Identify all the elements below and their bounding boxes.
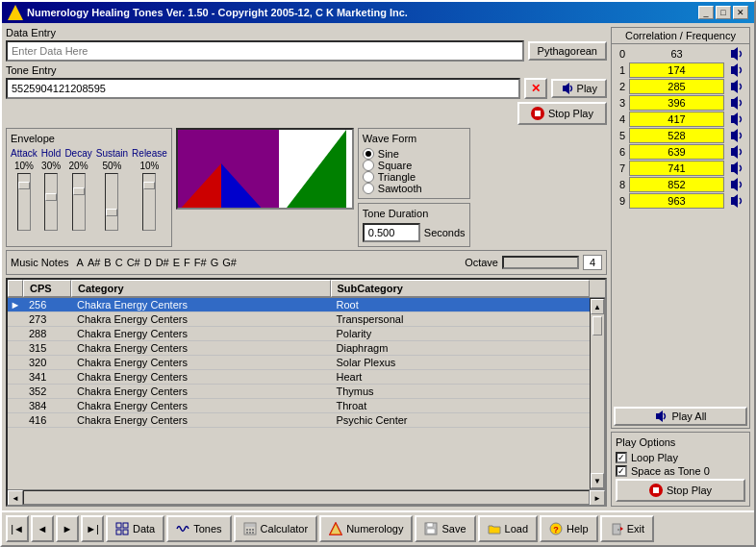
exit-button[interactable]: Exit [600,515,654,542]
sustain-thumb[interactable] [106,209,117,216]
triangle-radio-row[interactable]: Triangle [363,171,466,183]
sawtooth-radio[interactable] [363,183,374,194]
row-cps: 341 [23,370,71,384]
sine-radio[interactable] [363,148,374,160]
row-arrow [8,390,23,392]
sound-icon-0[interactable] [728,46,747,62]
sound-icon-2[interactable] [728,79,747,94]
scroll-thumb[interactable] [592,316,602,336]
nav-prev-button[interactable]: ◄ [31,515,54,542]
nav-first-button[interactable]: |◄ [6,515,29,542]
square-radio[interactable] [363,160,374,171]
table-body: ► 256 Chakra Energy Centers Root 273 Cha… [8,298,590,489]
data-button[interactable]: Data [106,515,164,542]
save-button[interactable]: Save [415,515,475,542]
maximize-button[interactable]: □ [716,6,731,19]
triangle-label: Triangle [378,171,416,183]
loop-play-checkbox[interactable]: ✓ [616,452,627,463]
sound-icon-8[interactable] [728,177,747,192]
table-header: CPS Category SubCategory [8,280,605,298]
sound-icon-7[interactable] [728,161,747,176]
numerology-button[interactable]: Numerology [319,515,413,542]
space-as-tone-checkbox[interactable]: ✓ [616,465,627,477]
triangle-radio[interactable] [363,171,374,183]
octave-slider[interactable] [502,256,579,269]
sound-icon-5[interactable] [728,128,747,143]
play-options-title: Play Options [616,436,745,448]
freq-val-2: 285 [629,79,724,94]
close-button[interactable]: ✕ [733,6,748,19]
tones-label: Tones [193,523,221,535]
table-row[interactable]: 288 Chakra Energy Centers Polarity [8,327,590,341]
table-row[interactable]: 384 Chakra Energy Centers Throat [8,399,590,413]
load-button[interactable]: Load [478,515,538,542]
table-scrollbar-v[interactable]: ▲ ▼ [590,298,605,489]
tone-entry-input[interactable] [6,78,520,99]
hold-slider-col: Hold 30% [41,148,62,231]
tones-button[interactable]: Tones [166,515,231,542]
table-row[interactable]: ► 256 Chakra Energy Centers Root [8,298,590,312]
pythagorean-button[interactable]: Pythagorean [528,41,607,61]
release-thumb[interactable] [143,182,155,189]
hold-thumb[interactable] [45,193,57,201]
table-row[interactable]: 341 Chakra Energy Centers Heart [8,370,590,385]
table-row[interactable]: 416 Chakra Energy Centers Psychic Center [8,413,590,428]
scroll-up-button[interactable]: ▲ [591,299,604,314]
note-Gs: G# [222,257,237,268]
minimize-button[interactable]: _ [698,6,714,19]
sound-icon-4[interactable] [728,112,747,127]
sound-icon-3[interactable] [728,95,747,111]
freq-row-5: 5 528 [614,128,747,143]
titlebar-left: Numerology Healing Tones Ver. 1.50 - Cop… [8,5,408,20]
table-scrollbar-h: ◄ ► [8,489,605,505]
octave-title: Octave [465,257,498,268]
stop-play-right-button[interactable]: Stop Play [616,479,745,502]
tone-duration-input[interactable] [363,223,420,242]
row-subcategory: Psychic Center [331,413,591,427]
row-subcategory: Throat [331,399,591,412]
nav-play-button[interactable]: ► [56,515,79,542]
space-as-tone-row[interactable]: ✓ Space as Tone 0 [616,465,745,477]
table-row[interactable]: 273 Chakra Energy Centers Transpersonal [8,312,590,327]
svg-rect-21 [245,524,255,527]
row-category: Chakra Energy Centers [71,341,331,355]
calculator-button[interactable]: Calculator [234,515,318,542]
decay-track [72,173,86,231]
table-row[interactable]: 352 Chakra Energy Centers Thymus [8,385,590,399]
loop-play-check: ✓ [617,453,625,462]
table-row[interactable]: 315 Chakra Energy Centers Diaphragm [8,341,590,356]
freq-val-6: 639 [629,144,724,160]
help-button[interactable]: ? Help [540,515,598,542]
decay-thumb[interactable] [73,187,85,195]
sound-icon-1[interactable] [728,62,747,78]
attack-thumb[interactable] [18,182,30,189]
sawtooth-radio-row[interactable]: Sawtooth [363,183,466,194]
freq-row-0: 0 63 [614,46,747,62]
wave-icon [176,522,189,535]
scroll-left-button[interactable]: ◄ [8,490,23,506]
table-section: CPS Category SubCategory ► 256 Chakra En… [6,278,607,507]
svg-rect-26 [249,532,251,534]
release-slider-col: Release 10% [132,148,167,231]
data-entry-input[interactable] [6,40,524,62]
sound-icon-9[interactable] [728,193,747,209]
left-panel: Data Entry Pythagorean Tone Entry ✕ [6,27,607,507]
square-radio-row[interactable]: Square [363,160,466,171]
nav-last-button[interactable]: ►| [81,515,104,542]
sound-icon-6[interactable] [728,144,747,160]
correlation-title: Correlation / Frequency [612,28,749,44]
loop-play-row[interactable]: ✓ Loop Play [616,452,745,463]
sustain-slider-col: Sustain 50% [96,148,128,231]
scroll-down-button[interactable]: ▼ [591,473,604,488]
scroll-right-button[interactable]: ► [590,490,605,506]
play-all-button[interactable]: Play All [614,407,747,426]
clear-button[interactable]: ✕ [524,78,547,99]
svg-rect-25 [246,532,248,534]
freq-val-7: 741 [629,161,724,176]
scroll-h-track[interactable] [23,490,590,505]
table-row[interactable]: 320 Chakra Energy Centers Solar Plexus [8,356,590,370]
sine-radio-row[interactable]: Sine [363,148,466,160]
decay-label: Decay [64,148,91,159]
play-button[interactable]: Play [551,79,607,98]
stop-play-top-button[interactable]: Stop Play [517,102,607,125]
